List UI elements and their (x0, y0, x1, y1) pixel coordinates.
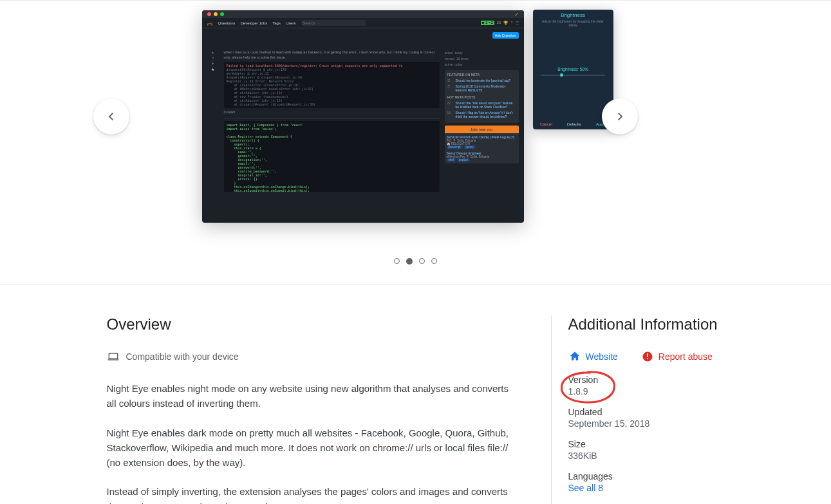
downvote-icon: ▼ (211, 62, 214, 66)
version-value: 1.8.9 (568, 386, 725, 397)
desc-p1: Night Eye enables night mode on any webs… (107, 381, 512, 411)
website-label: Website (586, 351, 618, 362)
nav-tags: Tags (272, 21, 281, 25)
chevron-left-icon (106, 111, 117, 122)
additional-info-section: Additional Information Website Report ab… (551, 315, 725, 504)
version-field: Version 1.8.9 (568, 375, 725, 397)
updated-value: September 15, 2018 (568, 418, 725, 429)
website-link[interactable]: Website (568, 350, 618, 363)
nav-questions: Questions (218, 21, 236, 25)
languages-see-all-link[interactable]: See all 8 (568, 483, 725, 493)
size-label: Size (568, 439, 725, 449)
brightness-desc: Adjust the brightness by dragging the sl… (533, 18, 613, 28)
upvote-icon: ▲ (211, 50, 214, 54)
screenshot-stackoverflow: ⤢ Questions Developer Jobs Tags Users Se… (202, 10, 524, 223)
description: Night Eye enables night mode on any webs… (107, 381, 512, 504)
stackoverflow-header: Questions Developer Jobs Tags Users Sear… (202, 18, 524, 28)
brightness-cancel: Cancel (540, 122, 552, 126)
help-icon: ? (510, 21, 512, 25)
svg-rect-1 (647, 353, 648, 357)
desc-p3: Instead of simply inverting, the extensi… (107, 484, 512, 504)
screenshot-carousel: ⤢ Questions Developer Jobs Tags Users Se… (0, 0, 831, 285)
brightness-slider (541, 75, 605, 76)
alert-icon (641, 350, 654, 363)
stackoverflow-logo-icon (207, 20, 213, 26)
screenshot-brightness-panel: Brightness Adjust the brightness by drag… (533, 10, 613, 129)
traffic-light-min-icon (214, 12, 218, 16)
sidebar-column: asked today viewed 16 times active today… (445, 50, 519, 219)
report-abuse-link[interactable]: Report abuse (641, 350, 713, 363)
size-field: Size 336KiB (568, 439, 725, 461)
vote-column: ▲ 0 ▼ ★ (207, 50, 219, 219)
trophy-icon: 🏆 (503, 21, 508, 25)
tag-line: in react (224, 110, 440, 115)
macos-titlebar: ⤢ (202, 10, 524, 18)
compat-row: Compatible with your device (107, 350, 512, 363)
carousel-dot-0[interactable] (394, 258, 400, 264)
nav-users: Users (286, 21, 296, 25)
inbox-icon: 🖂 (497, 21, 501, 25)
question-text: when i tried to do post method in react … (224, 50, 440, 60)
brightness-defaults: Defaults (567, 122, 581, 126)
expand-icon: ⤢ (514, 12, 519, 17)
overview-heading: Overview (107, 315, 512, 333)
question-body: when i tried to do post method in react … (224, 50, 440, 219)
languages-label: Languages (568, 471, 725, 481)
traffic-light-close-icon (207, 12, 211, 16)
carousel-next-button[interactable] (602, 98, 638, 135)
ask-question-button: Ask Question (492, 32, 519, 39)
updated-field: Updated September 15, 2018 (568, 407, 725, 429)
question-title: Cross origin requests are only supported… (207, 33, 369, 39)
jobs-panel: Jobs near you SENIOR FRONT-END DEVELOPER… (445, 126, 519, 163)
languages-field: Languages See all 8 (568, 471, 725, 493)
version-label: Version (568, 375, 725, 385)
chevron-right-icon (614, 111, 626, 122)
slider-thumb-icon (560, 73, 563, 77)
laptop-icon (107, 350, 120, 363)
react-code-block: import React, { Component } from 'react'… (224, 121, 440, 192)
report-abuse-label: Report abuse (658, 351, 713, 362)
error-code-block: Failed to load localhost:5000/doctors/re… (224, 62, 440, 108)
rep-badge: ■ 1 • 2 (481, 21, 494, 25)
updated-label: Updated (568, 407, 725, 417)
menu-icon: ☰ (516, 21, 519, 25)
svg-rect-2 (647, 359, 648, 360)
brightness-buttons: Cancel Defaults Apply (533, 122, 613, 126)
nav-devjobs: Developer Jobs (241, 21, 268, 25)
size-value: 336KiB (568, 451, 725, 461)
brightness-value: Brightness: 50% (557, 67, 588, 71)
additional-info-heading: Additional Information (568, 315, 725, 333)
jobs-heading: Jobs near you (445, 126, 519, 133)
desc-p2: Night Eye enables dark mode on pretty mu… (107, 425, 512, 471)
header-icon-row: ■ 1 • 2 🖂 🏆 ? ☰ (481, 21, 519, 25)
compat-text: Compatible with your device (126, 351, 239, 362)
carousel-dot-1[interactable] (406, 258, 413, 265)
carousel-dot-3[interactable] (431, 258, 437, 264)
carousel-dots (0, 258, 831, 265)
vote-count: 0 (212, 56, 214, 60)
brightness-heading: Brightness (561, 12, 585, 18)
favorite-icon: ★ (211, 68, 214, 71)
search-input-mock: Search (301, 20, 366, 26)
traffic-light-max-icon (220, 12, 224, 16)
home-icon (568, 350, 581, 363)
overview-section: Overview Compatible with your device Nig… (107, 315, 512, 504)
featured-meta-panel: FEATURED ON META ☰Should we burninate th… (445, 70, 519, 123)
question-meta: asked today viewed 16 times active today (445, 50, 519, 68)
carousel-prev-button[interactable] (93, 98, 129, 135)
carousel-dot-2[interactable] (419, 258, 425, 264)
